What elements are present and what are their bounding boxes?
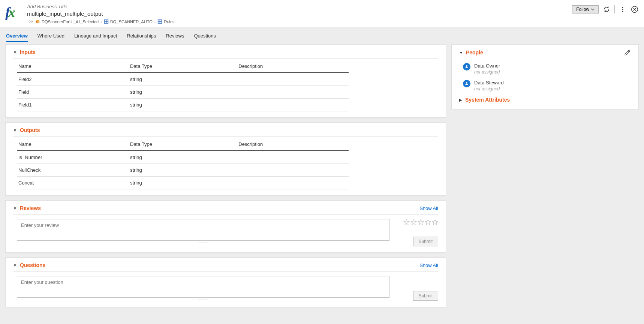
reviews-title: Reviews <box>20 205 41 211</box>
tab-reviews[interactable]: Reviews <box>166 31 184 42</box>
svg-rect-5 <box>105 20 106 21</box>
cell-desc <box>238 180 347 186</box>
col-header-type: Data Type <box>130 141 238 147</box>
table-row: Field2 string <box>17 73 349 86</box>
divider <box>614 5 615 14</box>
tab-where-used[interactable]: Where Used <box>37 31 64 42</box>
svg-point-19 <box>466 82 467 84</box>
caret-right-icon[interactable]: ▶ <box>459 98 462 102</box>
breadcrumb-root-chevron: ≫ <box>29 19 33 24</box>
star-icon[interactable] <box>432 219 438 225</box>
star-icon[interactable] <box>425 219 431 225</box>
close-circle-icon <box>631 6 638 13</box>
outputs-title: Outputs <box>20 127 40 133</box>
cell-type: string <box>130 154 238 160</box>
resize-handle[interactable] <box>17 242 389 244</box>
breadcrumb-item-1[interactable]: DQ_SCANNER_AUTO <box>104 19 153 24</box>
cell-desc <box>238 89 347 95</box>
review-submit-button[interactable]: Submit <box>413 237 438 246</box>
cell-name: Field1 <box>18 102 130 108</box>
breadcrumb-label: DQScannerForUI_All_Selected <box>42 20 99 24</box>
breadcrumb-label: Rules <box>164 20 174 24</box>
questions-card: ▼ Questions Show All Submit <box>5 257 446 307</box>
svg-rect-11 <box>160 20 162 21</box>
refresh-icon <box>603 6 610 13</box>
edit-icon[interactable] <box>624 49 631 56</box>
svg-rect-7 <box>105 22 106 23</box>
cell-type: string <box>130 102 238 108</box>
cube-icon <box>35 19 40 24</box>
svg-point-16 <box>622 11 623 12</box>
table-row: Is_Number string <box>17 151 349 164</box>
table-row: Concat string <box>17 177 349 189</box>
people-item-steward: Data Steward not assigned <box>463 80 631 92</box>
col-header-desc: Description <box>238 141 347 147</box>
grid-icon <box>157 19 162 24</box>
follow-button[interactable]: Follow <box>572 5 599 14</box>
star-icon[interactable] <box>418 219 424 225</box>
people-assigned: not assigned <box>474 69 500 75</box>
tab-relationships[interactable]: Relationships <box>127 31 156 42</box>
rating-stars <box>403 219 438 225</box>
svg-rect-13 <box>160 22 162 23</box>
tab-overview[interactable]: Overview <box>6 31 28 42</box>
inputs-table: Name Data Type Description Field2 string… <box>17 60 349 111</box>
resize-handle[interactable] <box>17 299 389 301</box>
people-role: Data Steward <box>474 80 504 86</box>
follow-label: Follow <box>576 7 589 12</box>
caret-down-icon[interactable]: ▼ <box>459 51 463 55</box>
col-header-type: Data Type <box>130 63 238 69</box>
caret-down-icon[interactable]: ▼ <box>13 128 17 132</box>
review-input[interactable] <box>17 219 389 241</box>
breadcrumb-item-2[interactable]: Rules <box>157 19 174 24</box>
cell-desc <box>238 154 347 160</box>
business-title-placeholder[interactable]: Add Business Title <box>27 4 572 9</box>
more-menu-button[interactable] <box>619 5 627 14</box>
inputs-title: Inputs <box>20 49 36 55</box>
chevron-right-icon: › <box>154 20 156 24</box>
star-icon[interactable] <box>403 219 410 225</box>
caret-down-icon[interactable]: ▼ <box>13 263 17 267</box>
svg-text:fx: fx <box>5 4 15 20</box>
table-row: Field1 string <box>17 99 349 111</box>
table-row: Field string <box>17 86 349 99</box>
cell-name: Is_Number <box>18 154 130 160</box>
caret-down-icon[interactable]: ▼ <box>13 206 17 210</box>
question-input[interactable] <box>17 276 389 298</box>
outputs-table: Name Data Type Description Is_Number str… <box>17 138 349 189</box>
col-header-desc: Description <box>238 63 347 69</box>
cell-type: string <box>130 180 238 186</box>
caret-down-icon[interactable]: ▼ <box>13 50 17 54</box>
chevron-right-icon: › <box>100 20 102 24</box>
system-attributes-title: System Attributes <box>465 97 510 103</box>
reviews-show-all-link[interactable]: Show All <box>419 206 438 211</box>
close-button[interactable] <box>631 5 639 14</box>
svg-rect-8 <box>106 22 108 23</box>
chevron-down-icon <box>591 8 595 11</box>
cell-name: Field <box>18 89 130 95</box>
people-assigned: not assigned <box>474 86 504 92</box>
cell-type: string <box>130 76 238 82</box>
breadcrumb-item-0[interactable]: DQScannerForUI_All_Selected <box>35 19 99 24</box>
cell-desc <box>238 102 347 108</box>
svg-point-18 <box>466 65 467 67</box>
cell-name: NullCheck <box>18 167 130 173</box>
cell-type: string <box>130 89 238 95</box>
asset-name: multiple_input_multiple_output <box>27 9 572 19</box>
avatar-icon <box>463 80 470 87</box>
grid-icon <box>104 19 109 24</box>
refresh-button[interactable] <box>602 5 611 14</box>
breadcrumb-label: DQ_SCANNER_AUTO <box>110 20 153 24</box>
tab-lineage[interactable]: Lineage and Impact <box>74 31 117 42</box>
svg-rect-10 <box>159 20 160 21</box>
question-submit-button[interactable]: Submit <box>413 291 438 301</box>
cell-desc <box>238 167 347 173</box>
star-icon[interactable] <box>410 219 417 225</box>
questions-show-all-link[interactable]: Show All <box>419 262 438 268</box>
fx-icon: fx <box>5 4 22 21</box>
tab-bar: Overview Where Used Lineage and Impact R… <box>0 27 644 42</box>
breadcrumb: ≫ DQScannerForUI_All_Selected › DQ_SCANN… <box>27 19 572 27</box>
cell-desc <box>238 76 347 82</box>
tab-questions[interactable]: Questions <box>194 31 216 42</box>
cell-name: Field2 <box>18 76 130 82</box>
